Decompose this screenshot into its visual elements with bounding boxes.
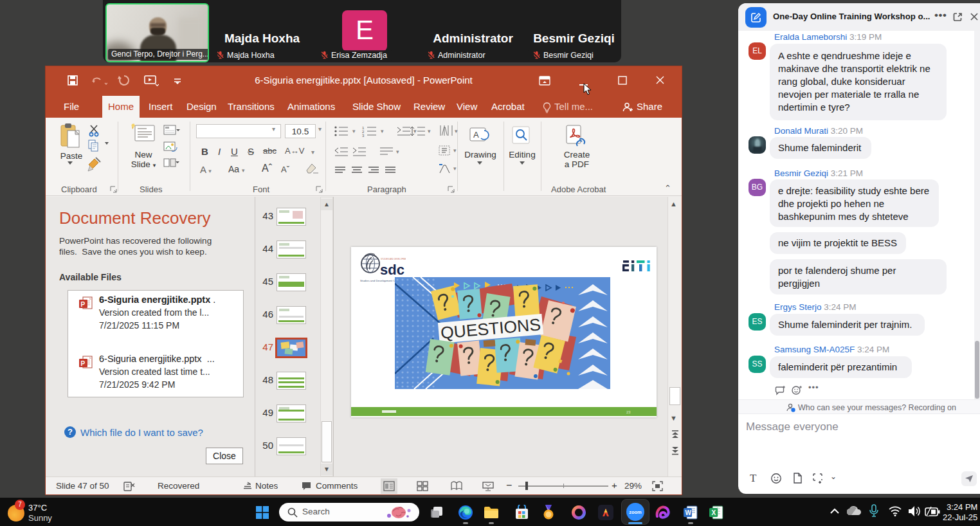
svg-text:STUDIES AND DEVELOPMENT CENTER: STUDIES AND DEVELOPMENT CENTER	[381, 258, 406, 260]
svg-text:sdc: sdc	[380, 262, 404, 278]
svg-text:W: W	[685, 509, 692, 516]
svg-text:A: A	[473, 130, 479, 140]
svg-text:X: X	[712, 509, 716, 516]
svg-text:3: 3	[362, 134, 365, 137]
svg-text:P: P	[81, 360, 86, 367]
svg-text:P: P	[81, 301, 86, 308]
